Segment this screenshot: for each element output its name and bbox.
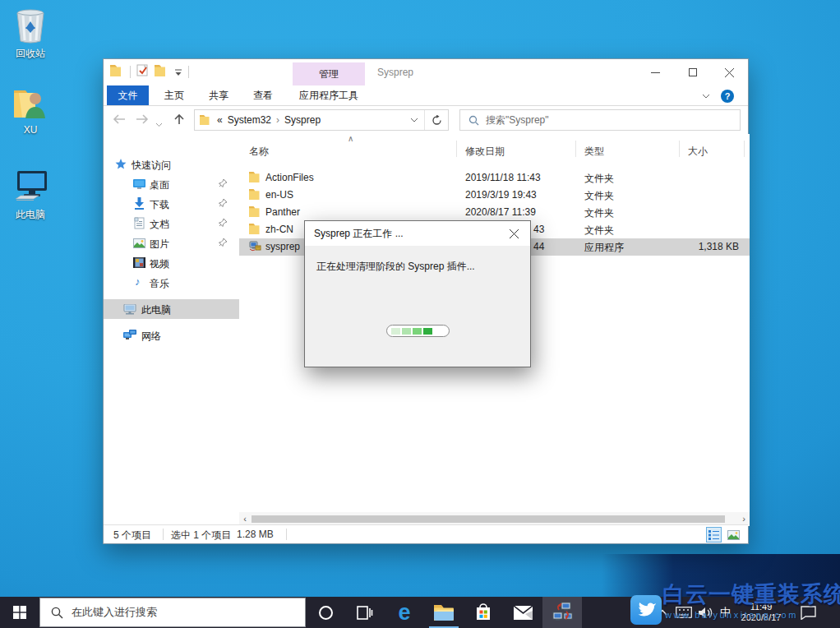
column-header-date[interactable]: 修改日期 [465, 145, 505, 159]
taskbar-icon-file-explorer[interactable] [424, 597, 464, 628]
desktop-icon-label: 回收站 [0, 47, 61, 61]
volume-icon [699, 607, 713, 619]
tray-volume[interactable] [699, 597, 713, 628]
clock-date: 2020/8/17 [736, 612, 786, 623]
address-bar[interactable]: « System32 › Sysprep [194, 109, 449, 131]
ribbon-collapse-icon[interactable] [699, 90, 713, 103]
folder-icon [249, 189, 261, 202]
file-name: sysprep [265, 241, 300, 252]
qat-customize-icon[interactable] [174, 65, 182, 80]
qat-separator [130, 66, 131, 78]
search-box[interactable]: 搜索"Sysprep" [459, 109, 741, 131]
maximize-button[interactable] [674, 59, 711, 85]
back-icon[interactable] [112, 113, 127, 129]
sidebar-item-downloads[interactable]: 下载 [104, 194, 239, 214]
sidebar-item-videos[interactable]: 视频 [104, 253, 239, 273]
sysprep-dialog: Sysprep 正在工作 ... 正在处理清理阶段的 Sysprep 插件... [304, 220, 531, 367]
up-icon[interactable] [173, 113, 186, 129]
column-separator[interactable] [456, 141, 457, 157]
sidebar-label: 图片 [150, 238, 169, 252]
desktop-icon-this-pc[interactable]: 此电脑 [0, 168, 61, 222]
taskbar-icon-task-view[interactable] [345, 597, 385, 628]
file-row-actionfiles[interactable]: ActionFiles 2019/11/18 11:43 文件夹 [239, 169, 750, 187]
scroll-right-icon[interactable]: › [738, 514, 750, 524]
refresh-icon[interactable] [425, 115, 448, 126]
address-dropdown-icon[interactable] [404, 118, 424, 122]
column-separator[interactable] [744, 141, 745, 157]
scroll-left-icon[interactable]: ‹ [239, 514, 251, 524]
details-view-button[interactable] [706, 527, 722, 543]
folder-icon [249, 224, 261, 237]
tab-view[interactable]: 查看 [243, 85, 283, 105]
column-header-size[interactable]: 大小 [688, 145, 708, 159]
sidebar-item-music[interactable]: ♪ 音乐 [104, 273, 239, 293]
action-center[interactable] [801, 597, 816, 628]
column-header-name[interactable]: 名称 [249, 145, 269, 159]
new-folder-icon[interactable] [155, 65, 168, 80]
recent-locations-icon[interactable] [155, 116, 163, 131]
taskbar-icon-cortana[interactable] [306, 597, 345, 628]
taskbar-search-input[interactable]: 在此键入进行搜索 [39, 598, 306, 627]
sidebar-label: 文档 [150, 218, 169, 232]
desktop-icon-user-folder[interactable]: XU [0, 85, 61, 136]
status-bar: 5 个项目 选中 1 个项目 1.28 MB [104, 524, 748, 543]
sidebar-item-network[interactable]: 网络 [104, 326, 239, 345]
sidebar-label: 桌面 [150, 178, 169, 192]
desktop-corner-shade [602, 554, 840, 597]
column-separator[interactable] [679, 141, 680, 157]
dialog-close-icon[interactable] [497, 221, 530, 246]
file-type: 文件夹 [584, 224, 614, 238]
edge-icon: e [398, 602, 410, 624]
properties-icon[interactable] [136, 64, 149, 80]
chevron-up-icon [658, 609, 667, 616]
tray-ime-indicator[interactable]: 中 [720, 597, 731, 628]
touch-keyboard-icon [676, 607, 692, 618]
tab-home[interactable]: 主页 [155, 85, 194, 105]
pin-icon [219, 178, 228, 190]
breadcrumb-system32[interactable]: System32 [228, 114, 271, 126]
desktop: 回收站 XU 此电脑 [0, 0, 840, 628]
column-header-type[interactable]: 类型 [584, 145, 604, 159]
sidebar-item-quick-access[interactable]: 快速访问 [104, 155, 239, 174]
breadcrumb-sysprep[interactable]: Sysprep [284, 114, 321, 126]
tab-share[interactable]: 共享 [199, 85, 238, 105]
documents-icon [134, 217, 145, 232]
sidebar-item-desktop[interactable]: 桌面 [104, 174, 239, 194]
forward-icon[interactable] [135, 113, 150, 129]
search-icon [51, 607, 63, 619]
ribbon-context-tab-manage[interactable]: 管理 [293, 62, 365, 85]
user-folder-icon [0, 85, 61, 122]
minimize-button[interactable] [637, 59, 674, 85]
network-icon [123, 330, 136, 343]
sidebar-item-pictures[interactable]: 图片 [104, 233, 239, 253]
tab-file[interactable]: 文件 [107, 85, 149, 105]
tray-touch-keyboard[interactable] [676, 597, 692, 628]
tray-hidden-icons[interactable] [658, 597, 667, 628]
taskbar-search-placeholder: 在此键入进行搜索 [72, 605, 157, 620]
progress-block [391, 328, 400, 335]
sidebar-item-documents[interactable]: 文档 [104, 214, 239, 233]
sidebar-item-this-pc[interactable]: 此电脑 [104, 299, 239, 319]
window-title: Sysprep [377, 67, 413, 78]
folder-icon [249, 172, 261, 185]
quick-access-icon [115, 159, 127, 173]
sidebar-label: 视频 [150, 257, 169, 271]
scrollbar-thumb[interactable] [252, 515, 725, 523]
status-separator [163, 529, 164, 540]
breadcrumb-chevron[interactable]: « [217, 114, 223, 126]
desktop-icon-recycle-bin[interactable]: 回收站 [0, 7, 61, 61]
taskbar-icon-sysprep[interactable] [542, 597, 582, 628]
sidebar-label: 下载 [150, 198, 169, 212]
taskbar-icon-mail[interactable] [503, 597, 542, 628]
column-separator[interactable] [575, 141, 576, 157]
taskbar-icon-store[interactable] [464, 597, 503, 628]
start-button[interactable] [0, 597, 39, 628]
file-row-panther[interactable]: Panther 2020/8/17 11:39 文件夹 [239, 204, 750, 221]
tray-clock[interactable]: 11:49 2020/8/17 [736, 602, 786, 623]
close-button[interactable] [711, 59, 748, 85]
help-icon[interactable]: ? [720, 90, 735, 103]
tab-app-tools[interactable]: 应用程序工具 [290, 85, 367, 105]
file-row-en-us[interactable]: en-US 2019/3/19 19:43 文件夹 [239, 187, 750, 204]
thumbnail-view-button[interactable] [726, 527, 741, 543]
taskbar-icon-edge[interactable]: e [385, 597, 424, 628]
